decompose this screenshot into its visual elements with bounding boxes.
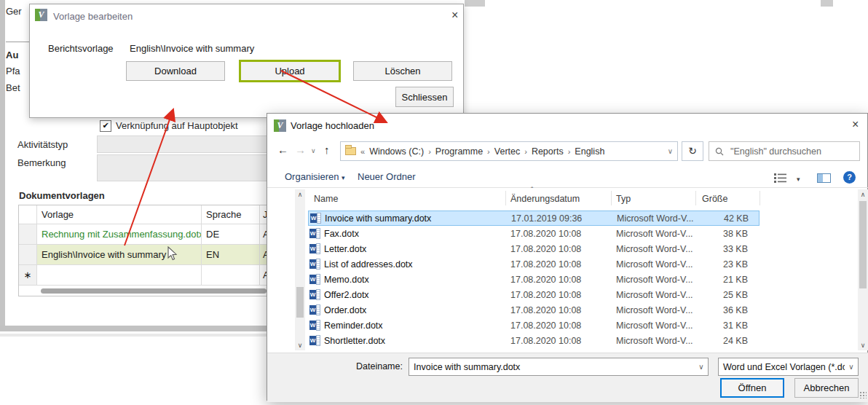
search-box[interactable]	[709, 141, 860, 161]
file-row[interactable]: W Reminder.dotx 17.08.2020 10:08 Microso…	[308, 318, 760, 333]
breadcrumb-segment[interactable]: Vertec	[494, 146, 520, 157]
col-header-sprache[interactable]: Sprache	[202, 205, 260, 224]
help-icon[interactable]: ?	[843, 171, 856, 184]
language-cell[interactable]: EN	[202, 245, 260, 264]
close-icon[interactable]: ×	[852, 119, 859, 130]
file-row[interactable]: W Shortletter.dotx 17.08.2020 10:08 Micr…	[308, 333, 760, 348]
horizontal-scrollbar-thumb[interactable]	[41, 288, 267, 294]
search-icon	[715, 147, 724, 156]
file-name: Reminder.dotx	[324, 321, 510, 331]
column-divider[interactable]	[695, 191, 696, 205]
column-divider[interactable]	[505, 191, 506, 205]
file-size: 25 KB	[700, 290, 754, 300]
template-name-cell[interactable]: English\Invoice with summary	[37, 245, 202, 264]
search-input[interactable]	[729, 146, 853, 157]
breadcrumb-prefix: «	[360, 147, 365, 156]
filename-combo[interactable]: ∨	[409, 358, 709, 376]
file-size: 23 KB	[700, 259, 754, 270]
file-row[interactable]: W Memo.dotx 17.08.2020 10:08 Microsoft W…	[308, 272, 760, 287]
main-link-checkbox-label: Verknüpfung auf Hauptobjekt	[116, 120, 238, 131]
col-header-type[interactable]: Typ	[616, 194, 631, 204]
column-divider[interactable]	[611, 191, 612, 205]
upload-dialog-titlebar[interactable]: V Vorlage hochloaden ×	[267, 114, 867, 135]
upload-button[interactable]: Upload	[239, 60, 341, 82]
file-row[interactable]: W Letter.dotx 17.08.2020 10:08 Microsoft…	[308, 241, 760, 256]
bg-label-subject: Bet	[6, 82, 20, 93]
download-button[interactable]: Download	[126, 61, 225, 81]
edit-dialog-title: Vorlage bearbeiten	[53, 11, 133, 22]
breadcrumb-segment[interactable]: Windows (C:)	[369, 146, 424, 157]
recent-locations-icon[interactable]: ∨	[311, 147, 316, 154]
scroll-down-icon[interactable]: ∨	[858, 342, 868, 349]
remark-field[interactable]	[97, 154, 268, 181]
breadcrumb-separator-icon: ›	[568, 147, 571, 156]
file-size: 42 KB	[701, 213, 754, 224]
resize-grip[interactable]	[859, 391, 867, 398]
folder-icon	[345, 147, 356, 155]
file-row-selected[interactable]: W Invoice with summary.dotx 17.01.2019 0…	[308, 211, 760, 226]
nav-pane-scrollbar[interactable]: ∧ ∨	[295, 189, 305, 350]
file-type: Microsoft Word-V...	[616, 290, 700, 300]
file-list-scrollbar[interactable]: ∧ ∨	[858, 189, 868, 350]
table-row[interactable]: Rechnung mit Zusammenfassung.dotx DE A	[19, 224, 269, 245]
doc-templates-title: Dokumentvorlagen	[19, 190, 105, 201]
upload-file-dialog: V Vorlage hochloaden × ← → ∨ ↑ « Windows…	[267, 113, 868, 401]
filename-input[interactable]	[409, 362, 695, 372]
breadcrumb-segment[interactable]: Programme	[435, 146, 483, 157]
cancel-button[interactable]: Abbrechen	[794, 378, 859, 398]
edit-template-dialog: V Vorlage bearbeiten × Berichtsvorlage E…	[29, 4, 464, 118]
file-name: Fax.dotx	[324, 229, 510, 239]
template-name-cell[interactable]: Rechnung mit Zusammenfassung.dotx	[37, 224, 202, 244]
activity-type-field[interactable]	[97, 135, 268, 153]
table-row-selected[interactable]: English\Invoice with summary EN A	[19, 245, 269, 265]
word-file-icon: W	[309, 335, 320, 346]
up-icon[interactable]: ↑	[324, 144, 330, 155]
main-link-checkbox[interactable]: ✔	[100, 120, 111, 132]
file-name: List of addresses.dotx	[324, 259, 510, 270]
file-row[interactable]: W List of addresses.dotx 17.08.2020 10:0…	[308, 256, 760, 272]
filetype-dropdown[interactable]: Word und Excel Vorlagen (*.dot ∨	[718, 358, 859, 376]
bg-fragment	[465, 0, 485, 7]
file-row[interactable]: W Offer2.dotx 17.08.2020 10:08 Microsoft…	[308, 287, 760, 302]
scrollbar-thumb[interactable]	[296, 287, 304, 318]
address-dropdown-icon[interactable]: ∨	[668, 147, 673, 155]
row-selector[interactable]	[19, 224, 37, 244]
col-header-vorlage[interactable]: Vorlage	[37, 205, 202, 224]
column-divider[interactable]	[760, 191, 760, 205]
dropdown-icon[interactable]: ∨	[845, 363, 858, 371]
refresh-button[interactable]: ↻	[682, 141, 703, 161]
file-row[interactable]: W Fax.dotx 17.08.2020 10:08 Microsoft Wo…	[308, 226, 760, 241]
dropdown-icon[interactable]: ∨	[695, 363, 708, 371]
breadcrumb-separator-icon: ›	[487, 147, 490, 156]
file-row[interactable]: W Order.dotx 17.08.2020 10:08 Microsoft …	[308, 302, 760, 318]
col-header-date[interactable]: Änderungsdatum	[510, 194, 580, 204]
help-glyph: ?	[847, 173, 852, 181]
scroll-up-icon[interactable]: ∧	[858, 191, 868, 198]
forward-icon[interactable]: →	[295, 144, 306, 155]
close-button[interactable]: Schliessen	[395, 87, 454, 107]
scroll-down-icon[interactable]: ∨	[295, 342, 305, 349]
language-cell[interactable]: DE	[202, 224, 260, 244]
preview-pane-icon[interactable]	[817, 173, 831, 183]
row-selector[interactable]	[19, 245, 37, 264]
breadcrumb-segment[interactable]: Reports	[532, 146, 564, 157]
address-bar[interactable]: « Windows (C:) › Programme › Vertec › Re…	[340, 141, 678, 161]
scroll-up-icon[interactable]: ∧	[295, 191, 305, 198]
edit-dialog-titlebar[interactable]: V Vorlage bearbeiten ×	[30, 4, 463, 26]
view-list-icon[interactable]	[774, 173, 787, 183]
close-icon[interactable]: ×	[451, 9, 458, 21]
table-row-new[interactable]: ∗ A	[19, 265, 269, 286]
breadcrumb-segment[interactable]: English	[575, 146, 604, 157]
delete-button[interactable]: Löschen	[353, 61, 452, 81]
scrollbar-thumb[interactable]	[859, 201, 867, 288]
col-header-name[interactable]: Name	[314, 194, 338, 204]
col-header-size[interactable]: Größe	[702, 194, 727, 204]
file-type: Microsoft Word-V...	[616, 229, 700, 239]
view-dropdown-icon[interactable]: ▾	[797, 176, 800, 183]
organize-menu[interactable]: Organisieren ▾	[285, 171, 345, 182]
template-name-cell[interactable]	[37, 265, 202, 285]
back-icon[interactable]: ←	[277, 144, 288, 155]
language-cell[interactable]	[202, 265, 260, 285]
open-button[interactable]: Öffnen	[720, 378, 784, 398]
new-folder-button[interactable]: Neuer Ordner	[358, 171, 415, 182]
